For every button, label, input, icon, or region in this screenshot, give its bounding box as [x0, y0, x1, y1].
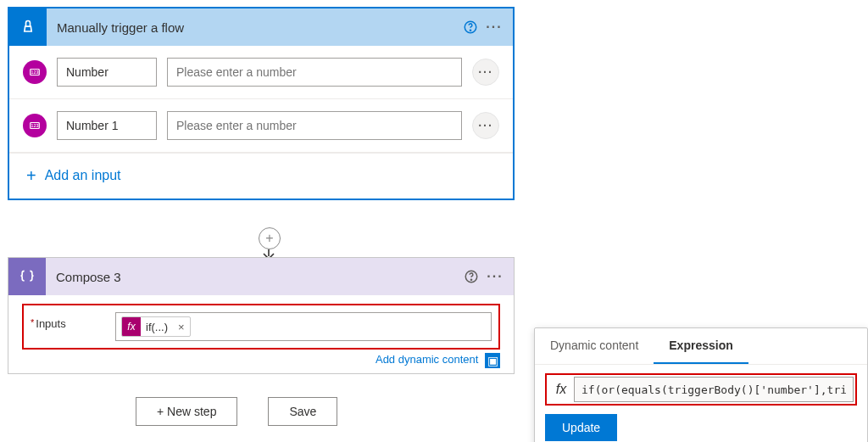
expression-token[interactable]: fx if(...) ×: [121, 316, 191, 337]
add-dynamic-content-link[interactable]: Add dynamic content: [376, 353, 478, 366]
expression-body: fx Update: [535, 365, 867, 442]
help-icon[interactable]: [459, 15, 482, 39]
number-type-icon: 123: [23, 60, 47, 84]
expression-input[interactable]: [574, 377, 854, 402]
update-button[interactable]: Update: [545, 414, 617, 441]
manual-trigger-icon: [9, 8, 47, 46]
trigger-title: Manually trigger a flow: [47, 20, 459, 35]
trigger-card: Manually trigger a flow ··· 123 ··· 123 …: [8, 7, 515, 200]
param-value-input[interactable]: [167, 111, 462, 140]
param-row: 123 ···: [9, 99, 513, 153]
expression-tabs: Dynamic content Expression: [535, 328, 867, 365]
inputs-label: *Inputs: [31, 312, 115, 330]
token-label: if(...): [141, 321, 173, 333]
compose-header[interactable]: Compose 3 ···: [8, 258, 514, 295]
add-dynamic-row: Add dynamic content ▣: [22, 350, 500, 368]
compose-card: Compose 3 ··· *Inputs fx if(...) × Add d…: [8, 257, 515, 374]
fx-icon: fx: [122, 316, 141, 337]
param-more-button[interactable]: ···: [472, 112, 499, 139]
param-name-input[interactable]: [57, 58, 157, 87]
param-value-input[interactable]: [167, 58, 462, 87]
svg-point-1: [470, 30, 470, 31]
plus-icon: +: [26, 167, 36, 184]
token-remove-button[interactable]: ×: [173, 321, 190, 333]
help-icon[interactable]: [459, 265, 483, 288]
save-button[interactable]: Save: [268, 397, 337, 426]
add-step-connector-button[interactable]: +: [259, 227, 281, 249]
param-more-button[interactable]: ···: [472, 59, 499, 86]
footer-buttons: + New step Save: [136, 397, 337, 426]
number-type-icon: 123: [23, 114, 47, 137]
trigger-body: 123 ··· 123 ··· + Add an input: [9, 46, 513, 199]
svg-point-7: [470, 279, 471, 280]
expression-panel: Dynamic content Expression fx Update: [534, 327, 868, 442]
trigger-header[interactable]: Manually trigger a flow ···: [9, 8, 513, 46]
svg-text:123: 123: [31, 70, 39, 75]
compose-menu-button[interactable]: ···: [483, 265, 507, 288]
new-step-button[interactable]: + New step: [136, 397, 237, 426]
trigger-menu-button[interactable]: ···: [482, 15, 506, 39]
compose-body: *Inputs fx if(...) × Add dynamic content…: [8, 295, 514, 373]
inputs-field[interactable]: fx if(...) ×: [115, 312, 492, 341]
expression-input-highlight: fx: [545, 373, 857, 406]
tab-dynamic-content[interactable]: Dynamic content: [535, 328, 654, 364]
dynamic-content-expand-icon[interactable]: ▣: [485, 353, 500, 368]
param-name-input[interactable]: [57, 111, 157, 140]
add-input-label: Add an input: [45, 168, 121, 183]
svg-text:123: 123: [31, 123, 39, 128]
tab-expression[interactable]: Expression: [654, 328, 748, 364]
compose-icon: [8, 258, 46, 295]
compose-title: Compose 3: [46, 270, 459, 284]
inputs-row-highlight: *Inputs fx if(...) ×: [22, 304, 500, 350]
add-input-section: + Add an input: [9, 153, 513, 199]
add-input-button[interactable]: + Add an input: [26, 167, 121, 184]
fx-label: fx: [548, 382, 574, 397]
param-row: 123 ···: [9, 46, 513, 99]
